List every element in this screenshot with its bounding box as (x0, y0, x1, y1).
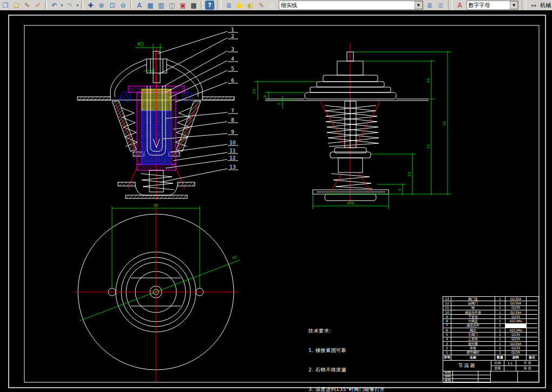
help-icon[interactable]: ? (205, 1, 214, 10)
toolbar-group-separator (522, 1, 526, 10)
bom-cell-no: 1 (443, 351, 451, 355)
bom-cell-material: Q235 (505, 337, 527, 342)
bom-cell-note (527, 319, 537, 323)
layers-icon[interactable]: ≣ (224, 1, 234, 10)
bom-cell-qty: 1 (495, 324, 505, 328)
zoom-in-icon[interactable]: ⊕ (96, 1, 106, 10)
bom-cell-qty: 1 (495, 319, 505, 323)
drawing-canvas[interactable]: M2 (0, 10, 552, 392)
linetype-swatch-icon[interactable]: ▯ (267, 1, 277, 10)
bom-cell-note (527, 310, 537, 315)
ole-object-icon[interactable]: ▣ (178, 1, 188, 10)
bom-cell-material: Q235 (505, 306, 527, 310)
zoom-previous-icon[interactable]: ⊖ (119, 1, 128, 10)
bom-cell-material: Q235A (505, 310, 527, 315)
bom-cell-note (527, 351, 537, 355)
bom-cell-material: 42CrMo (505, 328, 527, 333)
table-row: 11轴1Q235 (443, 306, 538, 310)
bom-cell-no: 5 (443, 333, 451, 337)
redo-icon[interactable]: ↷ (65, 1, 75, 10)
toolbar-group-separator (217, 1, 221, 10)
bom-header-cell: 序号 (443, 355, 451, 361)
techreq-item: 3. 温度达到135°时阀门能够打开 (308, 386, 385, 392)
bom-header-cell: 数量 (495, 355, 505, 361)
linetype-dropdown[interactable]: 细实线▼ (279, 1, 423, 10)
table-icon[interactable]: ▦ (146, 1, 155, 10)
text-style-icon[interactable]: A (455, 1, 465, 10)
svg-text:3: 3 (231, 46, 234, 52)
svg-text:5: 5 (231, 66, 234, 71)
bom-cell-name: 感温元件 (451, 324, 495, 328)
layer-tool-a-icon[interactable]: ≣ (425, 1, 435, 10)
pen-icon[interactable]: ✎ (22, 1, 32, 10)
bom-cell-name: 主阀盖 (451, 319, 495, 323)
svg-text:11: 11 (229, 148, 235, 154)
svg-text:5: 5 (398, 189, 402, 191)
undo-icon[interactable]: ↶ (49, 1, 59, 10)
toolbar-separator (201, 1, 203, 9)
textstyle-dropdown-arrow[interactable]: ▼ (510, 1, 518, 9)
svg-text:70: 70 (443, 122, 447, 127)
bitmap-grid-icon[interactable]: ▩ (189, 1, 199, 10)
bom-cell-name: 调节螺钉 (451, 351, 495, 355)
table-row: 5主阀门1Q235 (443, 333, 538, 337)
bom-cell-material: Q235A (505, 342, 527, 346)
techreq-item: 1. 铆接紧固可靠 (308, 347, 385, 354)
svg-text:2: 2 (277, 103, 281, 105)
textstyle-dropdown[interactable]: 数字字母▼ (466, 1, 519, 10)
bom-cell-material: Q235 (505, 351, 527, 355)
bom-cell-name: 主阀门 (451, 333, 495, 337)
table-row: 9下支架1Q235 (443, 315, 538, 319)
title-block-signatures: 制图 描图 审核 (443, 371, 538, 382)
color-pen-icon[interactable]: ✎ (257, 1, 266, 10)
table-row: 3密封圈1Q235A (443, 342, 538, 346)
bom-cell-note (527, 315, 537, 319)
zoom-window-icon[interactable]: ⊡ (107, 1, 117, 10)
bom-cell-qty: 1 (495, 337, 505, 342)
bom-cell-no: 9 (443, 315, 451, 319)
main-section-view: M2 (77, 42, 234, 200)
bom-cell-name: 弹簧 (451, 346, 495, 350)
dropdown-caret[interactable]: ▾ (75, 1, 80, 10)
sheet-preview-icon[interactable]: ◫ (167, 1, 177, 10)
bom-cell-note (527, 342, 537, 346)
open-file-icon[interactable]: ❏ (11, 1, 21, 10)
bom-cell-note (527, 333, 537, 337)
bulb-on-icon[interactable]: ● (235, 1, 245, 10)
svg-text:8: 8 (231, 117, 234, 123)
bom-cell-name: 密封圈 (451, 342, 495, 346)
techreq-item: 2. 石蜡不得泄漏 (308, 367, 385, 373)
cad-application-window: ❐❏✎✐↶▾↷▾✚⊕⊡⊖A▦▥◫▣▩?≣●◐✎▯细实线▼≣≣A数字字母▼↔机械 (0, 0, 552, 392)
bom-cell-qty: 1 (495, 328, 505, 333)
thread-dim-label: M2 (137, 42, 144, 47)
dim-style-icon[interactable]: ↔ (529, 1, 538, 10)
text-edit-icon[interactable]: A (134, 1, 144, 10)
table-edit-icon[interactable]: ▥ (156, 1, 166, 10)
bom-cell-no: 10 (443, 310, 451, 315)
table-row: 4上支架1Q235 (443, 337, 538, 342)
bom-cell-no: 11 (443, 306, 451, 310)
bom-cell-material: Q235 (505, 346, 527, 350)
table-row: 2弹簧1Q235 (443, 346, 538, 350)
bottom-view-dims: 45 45 (154, 203, 238, 261)
bom-cell-qty: 1 (495, 342, 505, 346)
linetype-dropdown-arrow[interactable]: ▼ (415, 1, 423, 9)
bom-cell-material: Q235A (505, 301, 527, 305)
bom-cell-qty: 1 (495, 301, 505, 305)
layer-tool-b-icon[interactable]: ≣ (436, 1, 445, 10)
bom-cell-note (527, 297, 537, 301)
table-row: 13阀门盖1Q235A (443, 297, 538, 301)
bom-cell-no: 4 (443, 337, 451, 342)
bom-cell-qty: 1 (495, 351, 505, 355)
page-edit-icon[interactable]: ✐ (33, 1, 43, 10)
bom-cell-note (527, 324, 537, 328)
table-row: 10感温元件体1Q235A (443, 310, 538, 315)
bulb-half-icon[interactable]: ◐ (246, 1, 255, 10)
sign-label: 审核 (443, 379, 453, 383)
bom-cell-material: Q235A (505, 297, 527, 301)
pan-hand-icon[interactable]: ✚ (86, 1, 95, 10)
dropdown-caret[interactable]: ▾ (60, 1, 64, 10)
new-file-icon[interactable]: ❐ (1, 1, 10, 10)
svg-text:9: 9 (231, 129, 234, 135)
scale-value: 1:1 (504, 361, 516, 366)
